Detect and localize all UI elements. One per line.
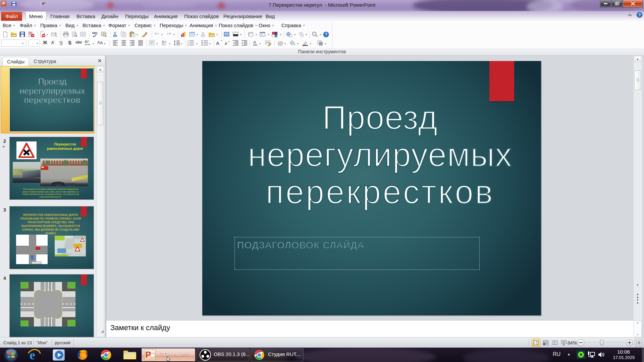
- svg-text:3: 3: [187, 44, 189, 46]
- svg-text:A: A: [253, 40, 256, 45]
- svg-text:A: A: [164, 40, 166, 44]
- svg-text:AV: AV: [85, 40, 89, 44]
- svg-text:ABC: ABC: [92, 32, 98, 35]
- svg-text:A: A: [216, 40, 219, 46]
- svg-text:?: ?: [325, 32, 327, 37]
- svg-text:A: A: [225, 42, 227, 46]
- svg-text:АЯ: АЯ: [266, 41, 270, 44]
- svg-text:?: ?: [638, 13, 641, 17]
